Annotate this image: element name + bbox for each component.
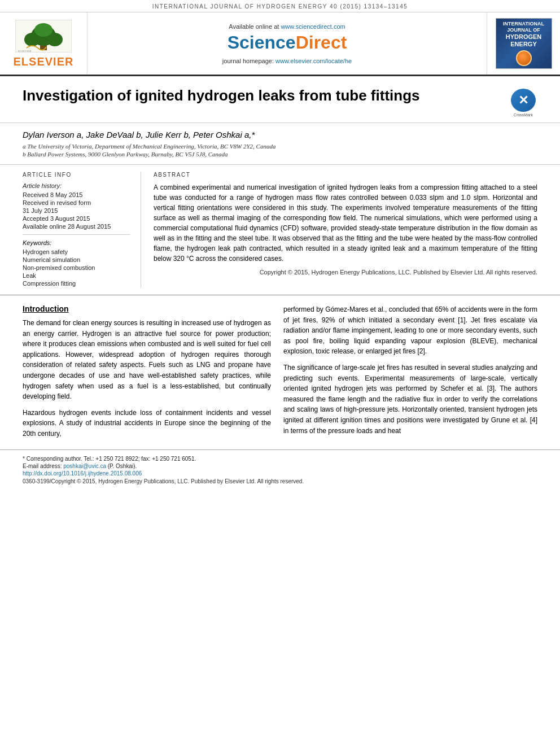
doi-link[interactable]: http://dx.doi.org/10.1016/j.ijhydene.201… xyxy=(23,470,537,477)
journal-url[interactable]: www.elsevier.com/locate/he xyxy=(275,58,352,64)
top-section: ELSEVIER ELSEVIER Available online at ww… xyxy=(0,12,560,76)
crossmark-badge[interactable]: ✕ CrossMark xyxy=(509,89,537,117)
abstract-heading: Abstract xyxy=(154,172,537,178)
crossmark-label: CrossMark xyxy=(514,113,533,117)
info-divider xyxy=(23,234,130,235)
sciencedirect-logo-text2: Direct xyxy=(296,32,347,53)
journal-header-text: International Journal of Hydrogen Energy… xyxy=(152,3,408,10)
elsevier-tree-icon: ELSEVIER xyxy=(15,19,72,53)
title-section: Investigation of ignited hydrogen leaks … xyxy=(0,76,560,123)
body-section: Introduction The demand for clean energy… xyxy=(0,295,560,445)
abstract-text: A combined experimental and numerical in… xyxy=(154,182,537,264)
keyword-2: Numerical simulation xyxy=(23,256,130,263)
email-link[interactable]: poshkai@uvic.ca xyxy=(63,463,106,469)
received-revised-date: 31 July 2015 xyxy=(23,207,130,214)
keyword-5: Compression fitting xyxy=(23,280,130,287)
svg-text:ELSEVIER: ELSEVIER xyxy=(18,50,32,53)
intro-paragraph-1: The demand for clean energy sources is r… xyxy=(23,318,271,402)
abstract-copyright: Copyright © 2015, Hydrogen Energy Public… xyxy=(154,268,537,277)
right-paragraph-2: The significance of large-scale jet fire… xyxy=(283,362,537,436)
footer-section: * Corresponding author. Tel.: +1 250 721… xyxy=(0,449,560,487)
journal-thumbnail: International Journal ofHYDROGENENERGY xyxy=(487,12,560,75)
authors-section: Dylan Iverson a, Jake DeVaal b, Julie Ke… xyxy=(0,123,560,165)
elsevier-wordmark: ELSEVIER xyxy=(14,55,74,68)
keyword-1: Hydrogen safety xyxy=(23,248,130,255)
crossmark-icon: ✕ xyxy=(511,89,536,112)
accepted-date: Accepted 3 August 2015 xyxy=(23,215,130,222)
intro-paragraph-2: Hazardous hydrogen events include loss o… xyxy=(23,408,271,439)
sciencedirect-logo: ScienceDirect xyxy=(228,32,347,53)
keyword-4: Leak xyxy=(23,272,130,279)
sciencedirect-logo-text: Science xyxy=(228,32,296,53)
introduction-heading: Introduction xyxy=(23,304,271,313)
received-date: Received 8 May 2015 xyxy=(23,191,130,198)
paper-title: Investigation of ignited hydrogen leaks … xyxy=(23,86,509,106)
email-line: E-mail address: poshkai@uvic.ca (P. Oshk… xyxy=(23,463,537,469)
corresponding-author-note: * Corresponding author. Tel.: +1 250 721… xyxy=(23,456,537,462)
right-paragraph-1: performed by Gómez-Mares et al., conclud… xyxy=(283,304,537,357)
journal-thumb-orb-icon xyxy=(516,50,532,66)
journal-homepage: journal homepage: www.elsevier.com/locat… xyxy=(222,58,352,64)
available-online-text: Available online at www.sciencedirect.co… xyxy=(229,23,345,30)
article-history-heading: Article history: xyxy=(23,182,130,189)
keywords-heading: Keywords: xyxy=(23,239,130,246)
affiliation-a: a The University of Victoria, Department… xyxy=(23,143,537,150)
sciencedirect-url[interactable]: www.sciencedirect.com xyxy=(281,23,345,30)
article-info-heading: Article Info xyxy=(23,172,130,178)
center-header: Available online at www.sciencedirect.co… xyxy=(88,12,487,75)
body-left-col: Introduction The demand for clean energy… xyxy=(23,304,271,445)
authors-line: Dylan Iverson a, Jake DeVaal b, Julie Ke… xyxy=(23,130,537,139)
journal-thumb-image: International Journal ofHYDROGENENERGY xyxy=(496,18,552,69)
elsevier-logo-box: ELSEVIER ELSEVIER xyxy=(0,12,88,75)
affiliation-b: b Ballard Power Systems, 9000 Glenlyon P… xyxy=(23,151,537,158)
two-col-section: Article Info Article history: Received 8… xyxy=(0,165,560,295)
journal-thumb-name: International Journal ofHYDROGENENERGY xyxy=(496,21,552,48)
journal-header: International Journal of Hydrogen Energy… xyxy=(0,0,560,12)
received-revised-label: Received in revised form xyxy=(23,199,130,206)
body-right-col: performed by Gómez-Mares et al., conclud… xyxy=(283,304,537,445)
bottom-copyright: 0360-3199/Copyright © 2015, Hydrogen Ene… xyxy=(23,478,537,484)
available-online-date: Available online 28 August 2015 xyxy=(23,223,130,230)
abstract-col: Abstract A combined experimental and num… xyxy=(141,172,537,288)
article-info-col: Article Info Article history: Received 8… xyxy=(23,172,141,288)
svg-point-5 xyxy=(34,23,53,37)
keyword-3: Non-premixed combustion xyxy=(23,264,130,271)
